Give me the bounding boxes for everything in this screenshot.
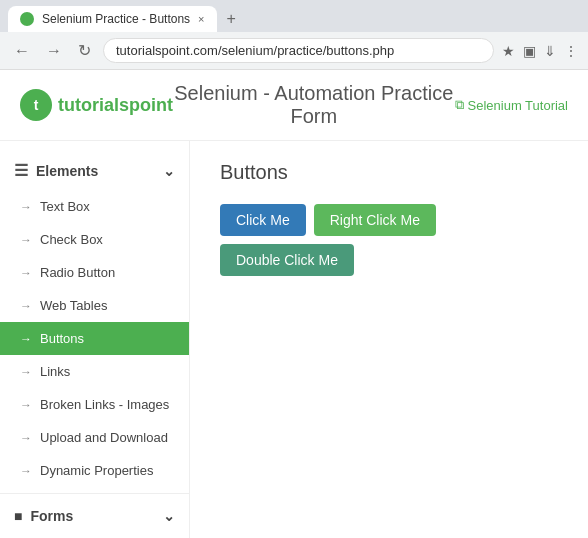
sidebar-item-webtables[interactable]: → Web Tables bbox=[0, 289, 189, 322]
forms-chevron-icon: ⌄ bbox=[163, 508, 175, 524]
address-input[interactable] bbox=[103, 38, 494, 63]
sidebar-section-elements[interactable]: ☰ Elements ⌄ bbox=[0, 151, 189, 190]
sidebar-item-label: Dynamic Properties bbox=[40, 463, 153, 478]
address-bar: ← → ↻ ★ ▣ ⇓ ⋮ bbox=[0, 32, 588, 69]
elements-chevron-icon: ⌄ bbox=[163, 163, 175, 179]
sidebar: ☰ Elements ⌄ → Text Box → Check Box → Ra… bbox=[0, 141, 190, 538]
sidebar-item-upload[interactable]: → Upload and Download bbox=[0, 421, 189, 454]
tab-bar: Selenium Practice - Buttons × + bbox=[0, 0, 588, 32]
logo-suffix: point bbox=[129, 95, 173, 115]
sidebar-item-label: Upload and Download bbox=[40, 430, 168, 445]
logo-prefix: tutorials bbox=[58, 95, 129, 115]
sidebar-item-label: Web Tables bbox=[40, 298, 107, 313]
sidebar-item-textbox[interactable]: → Text Box bbox=[0, 190, 189, 223]
address-bar-icons: ★ ▣ ⇓ ⋮ bbox=[502, 43, 578, 59]
browser-chrome: Selenium Practice - Buttons × + ← → ↻ ★ … bbox=[0, 0, 588, 70]
arrow-icon: → bbox=[20, 365, 32, 379]
menu-icon[interactable]: ⋮ bbox=[564, 43, 578, 59]
external-link-icon: ⧉ bbox=[455, 97, 464, 113]
click-me-button[interactable]: Click Me bbox=[220, 204, 306, 236]
page-title: Buttons bbox=[220, 161, 558, 184]
sidebar-item-label: Check Box bbox=[40, 232, 103, 247]
logo: t tutorialspoint bbox=[20, 89, 173, 121]
arrow-icon: → bbox=[20, 398, 32, 412]
main-content: Buttons Click Me Right Click Me Double C… bbox=[190, 141, 588, 538]
tab-favicon bbox=[20, 12, 34, 26]
sidebar-item-checkbox[interactable]: → Check Box bbox=[0, 223, 189, 256]
elements-section-icon: ☰ bbox=[14, 161, 28, 180]
download-icon[interactable]: ⇓ bbox=[544, 43, 556, 59]
reload-button[interactable]: ↻ bbox=[74, 39, 95, 62]
arrow-icon: → bbox=[20, 464, 32, 478]
forward-button[interactable]: → bbox=[42, 40, 66, 62]
sidebar-item-brokenlinks[interactable]: → Broken Links - Images bbox=[0, 388, 189, 421]
buttons-area: Click Me Right Click Me Double Click Me bbox=[220, 204, 558, 276]
logo-icon: t bbox=[20, 89, 52, 121]
new-tab-button[interactable]: + bbox=[221, 10, 242, 28]
page: t tutorialspoint Selenium - Automation P… bbox=[0, 70, 588, 538]
arrow-icon: → bbox=[20, 431, 32, 445]
active-tab[interactable]: Selenium Practice - Buttons × bbox=[8, 6, 217, 32]
sidebar-item-label: Radio Button bbox=[40, 265, 115, 280]
extension-icon[interactable]: ▣ bbox=[523, 43, 536, 59]
content-area: ☰ Elements ⌄ → Text Box → Check Box → Ra… bbox=[0, 141, 588, 538]
sidebar-section-forms[interactable]: ■ Forms ⌄ bbox=[0, 498, 189, 534]
sidebar-item-label: Broken Links - Images bbox=[40, 397, 169, 412]
sidebar-item-label: Links bbox=[40, 364, 70, 379]
logo-letter: t bbox=[34, 97, 39, 113]
sidebar-item-buttons[interactable]: → Buttons bbox=[0, 322, 189, 355]
tab-close-button[interactable]: × bbox=[198, 13, 204, 25]
sidebar-item-label: Buttons bbox=[40, 331, 84, 346]
sidebar-item-label: Text Box bbox=[40, 199, 90, 214]
header-title: Selenium - Automation Practice Form bbox=[173, 82, 455, 128]
page-header: t tutorialspoint Selenium - Automation P… bbox=[0, 70, 588, 141]
sidebar-item-radiobutton[interactable]: → Radio Button bbox=[0, 256, 189, 289]
double-click-me-button[interactable]: Double Click Me bbox=[220, 244, 354, 276]
arrow-icon: → bbox=[20, 332, 32, 346]
sidebar-item-dynamic[interactable]: → Dynamic Properties bbox=[0, 454, 189, 487]
elements-section-label: Elements bbox=[36, 163, 98, 179]
sidebar-item-links[interactable]: → Links bbox=[0, 355, 189, 388]
right-click-me-button[interactable]: Right Click Me bbox=[314, 204, 436, 236]
bookmark-icon[interactable]: ★ bbox=[502, 43, 515, 59]
forms-section-icon: ■ bbox=[14, 508, 22, 524]
arrow-icon: → bbox=[20, 233, 32, 247]
forms-section-label: Forms bbox=[30, 508, 73, 524]
nav-link-label: Selenium Tutorial bbox=[468, 98, 568, 113]
arrow-icon: → bbox=[20, 266, 32, 280]
logo-text: tutorialspoint bbox=[58, 95, 173, 116]
arrow-icon: → bbox=[20, 200, 32, 214]
back-button[interactable]: ← bbox=[10, 40, 34, 62]
arrow-icon: → bbox=[20, 299, 32, 313]
selenium-tutorial-link[interactable]: ⧉ Selenium Tutorial bbox=[455, 97, 568, 113]
sidebar-section-alerts[interactable]: ◯ Alerts, Frames & Windows ⌄ bbox=[0, 534, 189, 538]
tab-label: Selenium Practice - Buttons bbox=[42, 12, 190, 26]
